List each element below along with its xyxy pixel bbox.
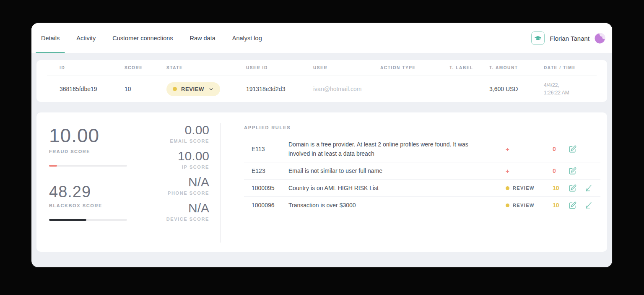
ip-score-label: IP SCORE — [146, 164, 209, 170]
plus-indicator: + — [506, 167, 509, 175]
rule-state: + — [501, 146, 548, 153]
rule-row: 1000095 Country is on AML HIGH RISK List… — [244, 179, 600, 196]
column-header-t-label: T. LABEL — [449, 65, 489, 70]
phone-score-value: N/A — [146, 175, 209, 190]
rule-code: E123 — [252, 167, 288, 174]
chevron-down-icon — [208, 86, 214, 92]
tab-analyst-log[interactable]: Analyst log — [227, 23, 267, 53]
device-score-label: DEVICE SCORE — [146, 217, 209, 222]
transaction-amount: 3,600 USD — [489, 86, 544, 92]
rule-state-label: REVIEW — [513, 185, 535, 191]
phone-score: N/A PHONE SCORE — [146, 175, 209, 196]
rule-state: + — [501, 167, 548, 175]
email-score-label: EMAIL SCORE — [146, 138, 209, 144]
rule-score: 10 — [548, 185, 569, 191]
avatar[interactable] — [595, 33, 605, 44]
details-panel: 10.00 FRAUD SCORE 48.29 BLACKBOX SCORE 0… — [36, 112, 607, 252]
rule-row: E123 Email is not similar to user full n… — [244, 162, 600, 179]
edit-rule-icon[interactable] — [569, 167, 577, 175]
rule-score: 0 — [548, 146, 569, 152]
graduation-cap-icon — [534, 34, 542, 42]
fraud-score-label: FRAUD SCORE — [49, 149, 127, 154]
blackbox-score-value: 48.29 — [49, 183, 127, 201]
transaction-score: 10 — [125, 86, 166, 92]
edit-rule-icon[interactable] — [569, 201, 577, 209]
rule-code: E113 — [252, 146, 288, 152]
transaction-row: 368165fdbe19 10 REVIEW 191318e3d2d3 ivan… — [36, 76, 607, 102]
training-button[interactable] — [531, 31, 545, 45]
transaction-time: 1:26:22 AM — [544, 89, 607, 97]
transaction-user-email: ivan@hotmail.com — [313, 86, 380, 92]
rule-score: 10 — [548, 202, 569, 209]
top-nav-bar: Details Activity Customer connections Ra… — [31, 23, 612, 53]
rule-state: REVIEW — [501, 203, 548, 208]
user-name[interactable]: Florian Tanant — [550, 35, 589, 42]
ip-score: 10.00 IP SCORE — [146, 149, 209, 170]
review-state-dot — [506, 186, 509, 190]
column-header-user: USER — [313, 65, 380, 70]
rule-state-label: REVIEW — [513, 203, 535, 208]
transaction-datetime: 4/4/22, 1:26:22 AM — [544, 81, 607, 97]
rule-row: E113 Domain is a free provider. At least… — [244, 136, 600, 162]
tab-activity[interactable]: Activity — [71, 23, 101, 53]
rule-score: 0 — [548, 167, 569, 174]
plus-indicator: + — [506, 146, 509, 153]
column-header-action-type: ACTION TYPE — [380, 65, 449, 70]
primary-scores: 10.00 FRAUD SCORE 48.29 BLACKBOX SCORE — [49, 125, 127, 221]
ip-score-value: 10.00 — [146, 149, 209, 164]
column-header-t-amount: T. AMOUNT — [489, 65, 544, 70]
column-header-id: ID — [60, 65, 125, 70]
rule-row: 1000096 Transaction is over $3000 REVIEW… — [244, 196, 600, 214]
column-header-date-time: DATE / TIME — [544, 65, 607, 70]
device-score-value: N/A — [146, 201, 209, 216]
applied-rules-section: APPLIED RULES E113 Domain is a free prov… — [244, 125, 600, 214]
transaction-table-header: ID SCORE STATE USER ID USER ACTION TYPE … — [36, 60, 607, 76]
transaction-user-id: 191318e3d2d3 — [246, 86, 313, 92]
ignore-rule-icon[interactable] — [584, 184, 593, 192]
rule-code: 1000096 — [252, 202, 288, 209]
review-state-dot — [506, 204, 509, 207]
rule-state: REVIEW — [501, 185, 548, 191]
tab-customer-connections[interactable]: Customer connections — [107, 23, 178, 53]
applied-rules-title: APPLIED RULES — [244, 125, 600, 130]
edit-rule-icon[interactable] — [569, 145, 577, 153]
fraud-score-bar — [49, 165, 127, 167]
rule-description: Domain is a free provider. At least 2 on… — [288, 140, 501, 158]
topbar-right: Florian Tanant — [531, 31, 605, 45]
email-score-value: 0.00 — [146, 123, 209, 138]
device-score: N/A DEVICE SCORE — [146, 201, 209, 222]
column-header-user-id: USER ID — [246, 65, 313, 70]
state-dropdown[interactable]: REVIEW — [166, 82, 220, 96]
phone-score-label: PHONE SCORE — [146, 191, 209, 196]
secondary-scores: 0.00 EMAIL SCORE 10.00 IP SCORE N/A PHON… — [146, 123, 209, 227]
blackbox-score-bar-fill — [49, 219, 86, 221]
edit-rule-icon[interactable] — [569, 184, 577, 192]
ignore-rule-icon[interactable] — [584, 201, 593, 209]
app-window: Details Activity Customer connections Ra… — [31, 23, 612, 267]
rule-description: Country is on AML HIGH RISK List — [288, 183, 501, 193]
blackbox-score-bar — [49, 219, 127, 221]
transaction-date: 4/4/22, — [544, 81, 607, 89]
column-header-state: STATE — [166, 65, 246, 70]
blackbox-score-label: BLACKBOX SCORE — [49, 203, 127, 208]
email-score: 0.00 EMAIL SCORE — [146, 123, 209, 144]
rule-description: Transaction is over $3000 — [288, 201, 501, 210]
transaction-id: 368165fdbe19 — [60, 86, 125, 92]
page-content: ID SCORE STATE USER ID USER ACTION TYPE … — [31, 53, 612, 252]
state-value: REVIEW — [181, 86, 204, 92]
tab-raw-data[interactable]: Raw data — [184, 23, 221, 53]
transaction-table-card: ID SCORE STATE USER ID USER ACTION TYPE … — [36, 60, 607, 102]
vertical-divider — [220, 123, 221, 243]
tab-bar: Details Activity Customer connections Ra… — [36, 23, 273, 53]
column-header-score: SCORE — [125, 65, 166, 70]
tab-details[interactable]: Details — [36, 23, 65, 53]
rule-description: Email is not similar to user full name — [288, 166, 501, 175]
fraud-score-bar-fill — [49, 165, 57, 167]
fraud-score-value: 10.00 — [49, 125, 127, 146]
rule-code: 1000095 — [252, 185, 288, 191]
review-state-dot — [173, 87, 177, 91]
